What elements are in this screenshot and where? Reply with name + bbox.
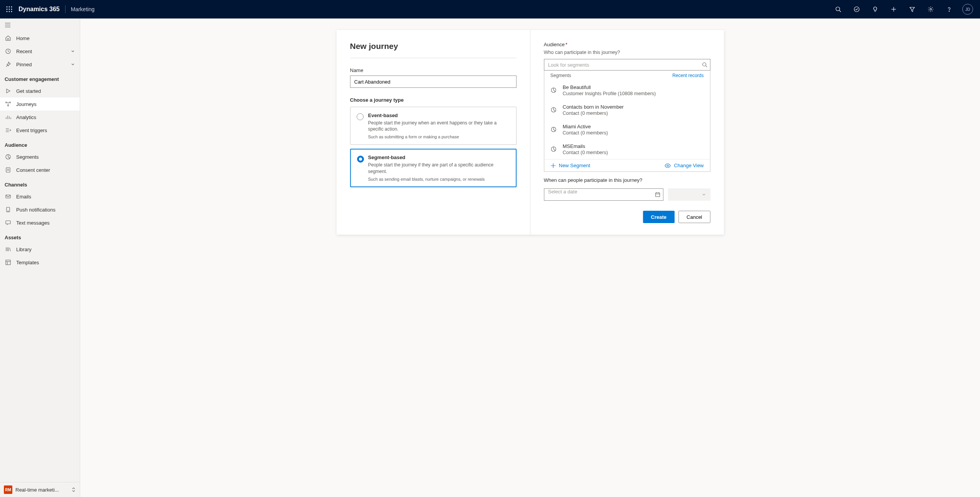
- sidebar-item-journeys[interactable]: Journeys: [0, 97, 80, 111]
- radio-icon: [357, 156, 364, 163]
- segment-meta: Customer Insights Profile (10808 members…: [563, 91, 656, 96]
- plus-icon: [550, 163, 556, 168]
- help-icon: [946, 6, 952, 12]
- nav-divider: [65, 5, 66, 13]
- segments-header-label: Segments: [550, 73, 571, 78]
- app-launcher-waffle[interactable]: [3, 3, 15, 15]
- journey-type-label: Choose a journey type: [350, 97, 516, 103]
- clock-icon: [5, 48, 12, 55]
- svg-point-7: [9, 11, 10, 12]
- eye-icon: [665, 163, 671, 168]
- content-area: New journey Name Choose a journey type E…: [80, 18, 980, 497]
- segment-icon: [550, 146, 557, 153]
- sidebar-item-label: Analytics: [16, 114, 36, 120]
- svg-point-9: [836, 7, 840, 11]
- svg-point-11: [854, 7, 859, 12]
- sidebar-item-label: Segments: [16, 154, 39, 160]
- recent-records-link[interactable]: Recent records: [672, 73, 704, 78]
- dialog-title: New journey: [350, 42, 516, 51]
- segment-name: Contacts born in November: [563, 104, 624, 110]
- sidebar-item-analytics[interactable]: Analytics: [0, 111, 80, 124]
- sidebar-item-home[interactable]: Home: [0, 32, 80, 45]
- svg-point-6: [7, 11, 8, 12]
- segment-meta: Contact (0 members): [563, 150, 608, 155]
- journey-type-segment-based[interactable]: Segment-based People start the journey i…: [350, 149, 516, 187]
- sidebar-section-channels: Channels: [0, 176, 80, 190]
- sidebar-item-label: Consent center: [16, 167, 50, 173]
- top-navbar: Dynamics 365 Marketing JD: [0, 0, 980, 18]
- pin-icon: [5, 61, 12, 68]
- sidebar-item-push-notifications[interactable]: Push notifications: [0, 203, 80, 216]
- module-name[interactable]: Marketing: [71, 6, 94, 12]
- nav-add-button[interactable]: [884, 0, 903, 18]
- sidebar-item-pinned[interactable]: Pinned: [0, 58, 80, 71]
- sidebar-item-event-triggers[interactable]: Event triggers: [0, 124, 80, 137]
- nav-search-button[interactable]: [829, 0, 847, 18]
- audience-sublabel: Who can participate in this journey?: [544, 50, 710, 55]
- sidebar-collapse-button[interactable]: [0, 18, 80, 32]
- svg-point-0: [7, 7, 8, 8]
- date-picker[interactable]: Select a date: [544, 188, 663, 201]
- sidebar-item-emails[interactable]: Emails: [0, 190, 80, 203]
- sidebar-item-templates[interactable]: Templates: [0, 256, 80, 269]
- sidebar-item-get-started[interactable]: Get started: [0, 84, 80, 97]
- svg-point-2: [11, 7, 12, 8]
- analytics-icon: [5, 114, 12, 121]
- new-journey-dialog: New journey Name Choose a journey type E…: [336, 30, 724, 235]
- sidebar-item-recent[interactable]: Recent: [0, 45, 80, 58]
- svg-rect-24: [6, 168, 10, 172]
- sidebar-item-segments[interactable]: Segments: [0, 150, 80, 163]
- radio-icon: [356, 113, 363, 120]
- new-segment-button[interactable]: New Segment: [550, 163, 590, 168]
- library-icon: [5, 246, 12, 253]
- svg-point-22: [8, 105, 9, 106]
- sidebar-item-consent-center[interactable]: Consent center: [0, 163, 80, 176]
- sidebar-item-text-messages[interactable]: Text messages: [0, 216, 80, 229]
- when-label: When can people participate in this jour…: [544, 177, 710, 183]
- svg-point-15: [949, 11, 949, 11]
- brand-name: Dynamics 365: [18, 6, 60, 13]
- nav-insights-button[interactable]: [866, 0, 884, 18]
- segment-list[interactable]: Be BeautifullCustomer Insights Profile (…: [544, 81, 710, 159]
- option-title: Segment-based: [368, 154, 510, 160]
- audience-label: Audience*: [544, 42, 710, 47]
- home-icon: [5, 35, 12, 42]
- segment-list-item[interactable]: Contacts born in NovemberContact (0 memb…: [544, 100, 710, 120]
- nav-task-button[interactable]: [847, 0, 866, 18]
- create-button[interactable]: Create: [643, 211, 674, 223]
- trigger-icon: [5, 127, 12, 134]
- svg-rect-28: [6, 221, 10, 224]
- gear-icon: [928, 6, 934, 12]
- date-placeholder-text: Select a date: [544, 188, 663, 201]
- nav-settings-button[interactable]: [921, 0, 940, 18]
- nav-filter-button[interactable]: [903, 0, 921, 18]
- search-icon: [835, 6, 841, 12]
- chevron-down-icon: [71, 62, 75, 67]
- sidebar-item-library[interactable]: Library: [0, 243, 80, 256]
- nav-help-button[interactable]: [940, 0, 958, 18]
- segment-list-item[interactable]: MSEmailsContact (0 members): [544, 139, 710, 159]
- email-icon: [5, 193, 12, 200]
- svg-rect-25: [6, 195, 10, 198]
- sidebar-section-assets: Assets: [0, 229, 80, 243]
- segment-name: Miami Active: [563, 124, 608, 129]
- area-switcher[interactable]: RM Real-time marketi...: [0, 482, 80, 497]
- sidebar-item-label: Recent: [16, 49, 32, 54]
- journey-name-input[interactable]: [350, 76, 516, 88]
- user-avatar[interactable]: JD: [962, 4, 973, 15]
- svg-point-3: [7, 9, 8, 10]
- svg-point-4: [9, 9, 10, 10]
- segment-meta: Contact (0 members): [563, 111, 624, 116]
- segment-icon: [5, 153, 12, 160]
- sidebar-item-label: Library: [16, 247, 32, 252]
- cancel-button[interactable]: Cancel: [679, 211, 710, 223]
- change-view-button[interactable]: Change View: [665, 163, 704, 168]
- sidebar-item-label: Pinned: [16, 62, 32, 67]
- chevron-down-icon: [701, 192, 706, 197]
- segment-list-item[interactable]: Be BeautifullCustomer Insights Profile (…: [544, 81, 710, 100]
- journey-type-event-based[interactable]: Event-based People start the journey whe…: [350, 107, 516, 145]
- segment-search-input[interactable]: [544, 59, 710, 71]
- segment-list-item[interactable]: Miami ActiveContact (0 members): [544, 120, 710, 139]
- hamburger-icon: [5, 22, 11, 28]
- segment-icon: [550, 87, 557, 94]
